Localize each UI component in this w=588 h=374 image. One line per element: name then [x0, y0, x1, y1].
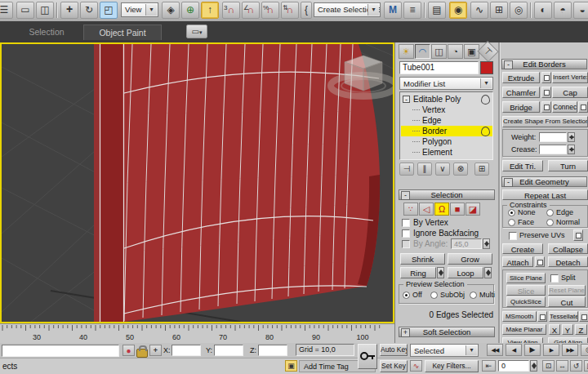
x-coordinate-field[interactable]: [172, 345, 201, 356]
ignore-backfacing-checkbox[interactable]: [402, 229, 410, 238]
snaps-toggle-icon[interactable]: ∩3: [222, 2, 240, 19]
tessellate-button[interactable]: Tessellate: [549, 311, 578, 322]
edit-geometry-rollout-header[interactable]: - Edit Geometry: [501, 176, 587, 187]
insert-vertex-button[interactable]: Insert Vertex: [552, 72, 588, 83]
percent-snap-icon[interactable]: ∩%: [261, 2, 279, 19]
edit-tri-button[interactable]: Edit Tri.: [502, 160, 543, 171]
constraint-face-radio[interactable]: [508, 219, 515, 226]
preview-subobj-radio[interactable]: [430, 292, 438, 299]
create-shape-button[interactable]: Create Shape From Selection: [502, 116, 588, 127]
modifier-list-dropdown[interactable]: Modifier List ▾: [399, 77, 493, 90]
track-bar[interactable]: 30405060708090100: [0, 323, 394, 344]
auto-key-button[interactable]: Auto Key: [380, 344, 408, 356]
maximize-viewport-icon[interactable]: ◲: [584, 360, 588, 372]
preserve-uvs-settings-button[interactable]: [573, 229, 583, 241]
crease-field[interactable]: [539, 145, 567, 154]
utilities-tab-icon[interactable]: ⊤: [477, 41, 498, 62]
use-pivot-point-icon[interactable]: ◈: [162, 2, 180, 19]
select-and-manipulate-icon[interactable]: ⊕: [181, 2, 199, 19]
select-by-name-icon[interactable]: ☰: [0, 2, 13, 19]
mirror-icon[interactable]: M: [384, 2, 402, 19]
chamfer-settings-button[interactable]: [541, 87, 551, 98]
frame-spinner[interactable]: [530, 360, 537, 372]
orbit-icon[interactable]: ↺: [570, 360, 582, 372]
by-angle-spinner[interactable]: [483, 238, 490, 249]
keyboard-override-icon[interactable]: ↑: [201, 2, 219, 19]
modify-tab-icon[interactable]: ◠: [415, 44, 430, 59]
play-button[interactable]: ▶: [524, 344, 541, 356]
by-angle-field[interactable]: 45,0: [451, 238, 482, 249]
stack-item-vertex[interactable]: Vertex: [401, 105, 492, 115]
stack-item-polygon[interactable]: Polygon: [401, 136, 492, 147]
by-angle-checkbox[interactable]: [402, 240, 410, 248]
spinner-snap-icon[interactable]: ∩⇅: [281, 2, 299, 19]
window-crossing-icon[interactable]: ◫: [36, 2, 54, 19]
connect-button[interactable]: Connect: [552, 101, 577, 113]
constraint-edge-radio[interactable]: [546, 209, 554, 216]
ring-spinner[interactable]: [437, 267, 444, 278]
go-to-end-button[interactable]: ▶▶: [562, 344, 578, 356]
edit-named-sets-icon[interactable]: {: [301, 2, 312, 19]
bridge-button[interactable]: Bridge: [502, 101, 540, 113]
ribbon-tab-selection[interactable]: Selection: [11, 24, 82, 40]
go-to-start-button[interactable]: ◀◀: [487, 344, 503, 356]
collapse-button[interactable]: Collapse: [548, 243, 588, 254]
detach-button[interactable]: Detach: [548, 256, 588, 267]
ribbon-config-icon[interactable]: ▭▾: [186, 24, 207, 38]
stack-item-border-selected[interactable]: Border: [401, 126, 492, 136]
chamfer-button[interactable]: Chamfer: [502, 87, 540, 98]
expander-icon[interactable]: -: [403, 96, 410, 103]
quickslice-button[interactable]: QuickSlice: [506, 296, 546, 307]
by-vertex-checkbox[interactable]: [402, 219, 410, 227]
make-planar-z-button[interactable]: Z: [575, 324, 587, 335]
key-selected-dropdown[interactable]: Selected ▾: [410, 344, 479, 357]
viewport-perspective[interactable]: [0, 42, 394, 323]
preserve-uvs-checkbox[interactable]: [509, 232, 517, 240]
make-planar-y-button[interactable]: Y: [562, 324, 573, 335]
tube-object[interactable]: [94, 44, 380, 322]
render-setup-icon[interactable]: ◐: [534, 2, 552, 19]
next-frame-button[interactable]: ▶: [543, 344, 559, 356]
constraint-normal-radio[interactable]: [546, 219, 554, 226]
motion-tab-icon[interactable]: ◔: [448, 44, 463, 59]
create-tab-icon[interactable]: ☀: [399, 44, 414, 59]
create-button[interactable]: Create: [502, 243, 543, 254]
angle-snap-icon[interactable]: ∩∠: [242, 2, 260, 19]
soft-selection-rollout-header[interactable]: + Soft Selection: [399, 327, 495, 337]
rectangular-selection-region-icon[interactable]: ▭: [16, 2, 34, 19]
stack-item-edge[interactable]: Edge: [401, 115, 492, 126]
object-name-field[interactable]: Tube001: [399, 61, 479, 74]
stack-item-element[interactable]: Element: [401, 147, 492, 158]
constraint-none-radio[interactable]: [508, 209, 515, 216]
z-coordinate-field[interactable]: [258, 345, 287, 356]
loop-button[interactable]: Loop: [448, 267, 483, 278]
manage-layers-icon[interactable]: ▤: [428, 2, 446, 19]
grow-button[interactable]: Grow: [448, 253, 492, 265]
show-end-result-icon[interactable]: ∥: [417, 163, 432, 176]
y-coordinate-field[interactable]: [214, 345, 243, 356]
schematic-view-icon[interactable]: ⊞: [490, 2, 508, 19]
tessellate-settings-button[interactable]: [579, 311, 588, 322]
selection-lock-icon[interactable]: [136, 349, 148, 358]
slice-plane-button[interactable]: Slice Plane: [506, 273, 546, 283]
ring-button[interactable]: Ring: [400, 267, 436, 278]
selection-lock-toggle-icon[interactable]: ▣: [285, 360, 297, 372]
weight-spinner[interactable]: [568, 132, 575, 142]
connect-settings-button[interactable]: [578, 101, 588, 113]
cut-button[interactable]: Cut: [548, 296, 586, 307]
preview-off-radio[interactable]: [403, 292, 410, 299]
pan-view-icon[interactable]: ↔: [556, 360, 568, 372]
msmooth-button[interactable]: MSmooth: [502, 311, 537, 322]
attach-settings-button[interactable]: [535, 256, 545, 267]
select-and-rotate-icon[interactable]: ↻: [80, 2, 98, 19]
named-selection-sets-dropdown[interactable]: Create Selection Se ▾: [314, 2, 381, 17]
curve-editor-icon[interactable]: ∿: [470, 2, 488, 19]
bridge-settings-button[interactable]: [541, 101, 551, 113]
reset-plane-button[interactable]: Reset Plane: [548, 285, 586, 296]
turn-button[interactable]: Turn: [548, 160, 588, 171]
element-subobject-icon[interactable]: ◪: [466, 203, 480, 216]
repeat-last-button[interactable]: Repeat Last: [502, 189, 588, 200]
slice-button[interactable]: Slice: [506, 285, 546, 296]
maxscript-mini-listener[interactable]: [2, 345, 119, 357]
key-filters-button[interactable]: Key Filters...: [425, 360, 479, 372]
